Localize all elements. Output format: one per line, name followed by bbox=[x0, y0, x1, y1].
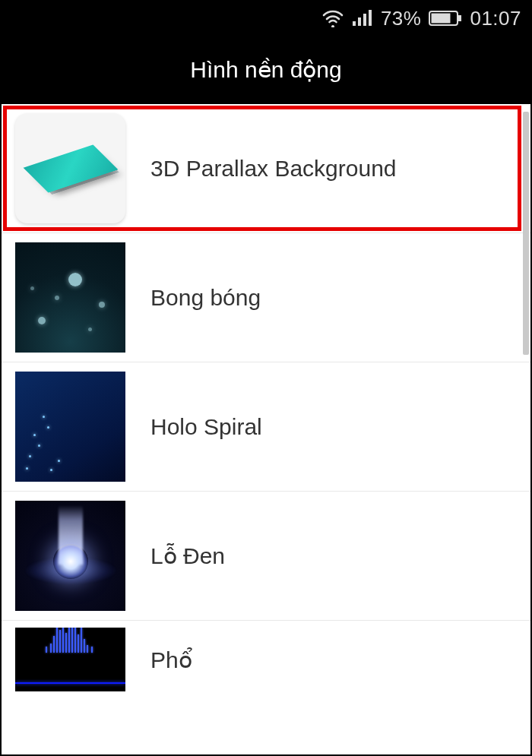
svg-rect-0 bbox=[353, 21, 356, 26]
cell-signal-icon bbox=[352, 9, 373, 27]
battery-icon bbox=[429, 10, 462, 27]
wallpaper-thumbnail bbox=[15, 372, 125, 482]
svg-rect-5 bbox=[432, 14, 451, 24]
battery-percent: 73% bbox=[381, 7, 422, 30]
status-bar: 73% 01:07 bbox=[2, 2, 530, 35]
wallpaper-item-holo-spiral[interactable]: Holo Spiral bbox=[2, 362, 530, 492]
svg-rect-6 bbox=[458, 15, 461, 21]
wallpaper-item-3d-parallax[interactable]: 3D Parallax Background bbox=[2, 104, 530, 233]
svg-rect-3 bbox=[369, 10, 372, 26]
wallpaper-thumbnail bbox=[15, 628, 125, 691]
wallpaper-label: Lỗ Đen bbox=[150, 542, 225, 569]
scrollbar[interactable] bbox=[523, 112, 529, 747]
svg-rect-2 bbox=[363, 14, 366, 26]
wallpaper-item-lo-den[interactable]: Lỗ Đen bbox=[2, 492, 530, 621]
wallpaper-label: Bong bóng bbox=[150, 285, 261, 311]
app-header: 73% 01:07 Hình nền động bbox=[2, 2, 530, 104]
wallpaper-label: 3D Parallax Background bbox=[150, 156, 397, 182]
wallpaper-list-container: 3D Parallax Background Bong bóng Holo Sp… bbox=[2, 104, 530, 754]
wallpaper-thumbnail bbox=[15, 113, 125, 223]
svg-rect-1 bbox=[358, 17, 361, 26]
wallpaper-item-bong-bong[interactable]: Bong bóng bbox=[2, 233, 530, 362]
wallpaper-item-pho[interactable]: Phổ bbox=[2, 621, 530, 698]
wallpaper-thumbnail bbox=[15, 242, 125, 353]
title-area: Hình nền động bbox=[2, 35, 530, 104]
wallpaper-list[interactable]: 3D Parallax Background Bong bóng Holo Sp… bbox=[2, 104, 530, 698]
status-clock: 01:07 bbox=[470, 7, 521, 30]
scrollbar-thumb[interactable] bbox=[523, 112, 529, 355]
wallpaper-label: Phổ bbox=[150, 647, 192, 673]
wifi-icon bbox=[321, 9, 344, 27]
page-title: Hình nền động bbox=[190, 56, 341, 83]
wallpaper-thumbnail bbox=[15, 501, 125, 611]
wallpaper-label: Holo Spiral bbox=[150, 414, 262, 440]
